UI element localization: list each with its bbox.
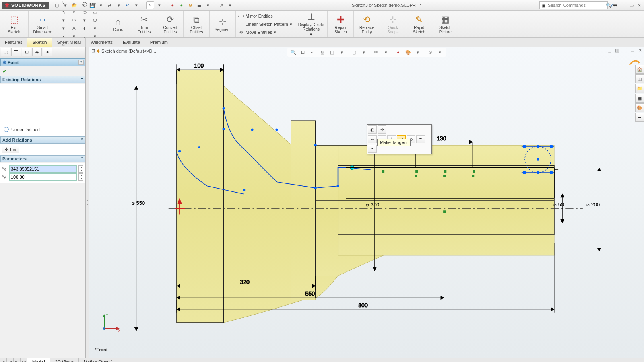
tab-premium[interactable]: Premium bbox=[145, 38, 173, 47]
dim-d50[interactable]: ⌀ 50 bbox=[553, 202, 564, 208]
tab-sheetmetal[interactable]: Sheet Metal bbox=[52, 38, 86, 47]
conic-button[interactable]: ∩Conic bbox=[105, 11, 131, 37]
segment-button[interactable]: ⊹Segment bbox=[210, 11, 236, 37]
svg-rect-26 bbox=[415, 175, 417, 177]
ctx-equal-icon[interactable]: = bbox=[416, 135, 425, 143]
undo-icon[interactable]: ↶ bbox=[124, 2, 131, 9]
close-icon[interactable]: ✕ bbox=[636, 2, 642, 8]
svg-marker-59 bbox=[373, 267, 376, 271]
rapid-sketch-button[interactable]: ✎RapidSketch bbox=[406, 11, 432, 37]
svg-text:X: X bbox=[118, 329, 120, 333]
pm-tab-4[interactable]: ◈ bbox=[32, 48, 42, 56]
svg-marker-53 bbox=[135, 86, 138, 89]
svg-point-6 bbox=[251, 128, 254, 131]
ctx-dim-icon[interactable]: ↔ bbox=[368, 135, 377, 143]
svg-marker-64 bbox=[597, 168, 601, 171]
section-existing[interactable]: Existing Relations⌃ bbox=[0, 76, 85, 83]
svg-rect-34 bbox=[550, 145, 553, 148]
param-x-input[interactable] bbox=[9, 165, 77, 173]
graphics-area[interactable]: ⊞◆Sketch demo (Default<<D... 🔍 ⊡ ↶ ▨ ◫▾ … bbox=[89, 47, 644, 358]
exit-sketch-button[interactable]: ⬚ExitSketch bbox=[0, 11, 29, 37]
select-icon[interactable]: ↖ bbox=[146, 1, 154, 9]
offset-button[interactable]: ⧉OffsetEntities bbox=[184, 11, 210, 37]
options-icon[interactable]: ⚙ bbox=[187, 2, 194, 9]
cursor-icon[interactable]: ↗ bbox=[218, 2, 225, 9]
tab-features[interactable]: Features bbox=[0, 38, 27, 47]
svg-rect-28 bbox=[472, 175, 474, 177]
document-title: Sketch3 of Sketch demo.SLDPRT * bbox=[234, 3, 539, 8]
dim-d550[interactable]: ⌀ 550 bbox=[132, 200, 145, 206]
section-add[interactable]: Add Relations⌃ bbox=[0, 136, 85, 144]
smart-dimension-button[interactable]: ↔SmartDimension bbox=[29, 11, 57, 37]
convert-button[interactable]: ⟳ConvertEntities bbox=[157, 11, 184, 37]
ok-icon[interactable]: ✔ bbox=[2, 68, 7, 74]
pm-tab-3[interactable]: ⊞ bbox=[22, 48, 31, 56]
section-params[interactable]: Parameters⌃ bbox=[0, 155, 85, 162]
text-icon[interactable]: A bbox=[69, 25, 79, 32]
display-relations-button[interactable]: ⊥Display/DeleteRelations▾ bbox=[295, 11, 328, 37]
svg-marker-54 bbox=[135, 327, 138, 331]
help-button[interactable]: ? bbox=[78, 60, 84, 65]
tooltip-make-tangent: Make Tangent bbox=[377, 139, 411, 146]
svg-marker-65 bbox=[597, 248, 601, 251]
fix-button[interactable]: ✢Fix bbox=[2, 146, 19, 153]
ellipse-icon[interactable]: ⬭ bbox=[80, 8, 89, 16]
tab-3dviews[interactable]: 3D Views bbox=[50, 358, 79, 362]
pm-title: ✱Point? bbox=[0, 58, 85, 66]
replace-entity-button[interactable]: ⟲ReplaceEntity bbox=[354, 11, 380, 37]
pm-tab-5[interactable]: ● bbox=[43, 48, 52, 56]
tab-motion[interactable]: Motion Study 1 bbox=[79, 358, 118, 362]
repair-sketch-button[interactable]: ✚RepairSketch bbox=[328, 11, 354, 37]
pm-tab-2[interactable]: ☰ bbox=[11, 48, 21, 56]
svg-rect-38 bbox=[537, 171, 539, 174]
mirror-button[interactable]: ⟷Mirror Entities bbox=[238, 12, 292, 20]
arc-icon[interactable]: ◠ bbox=[69, 16, 79, 24]
svg-point-12 bbox=[243, 189, 245, 191]
spline-icon[interactable]: ∿ bbox=[59, 8, 68, 16]
motion-tabs: ⏮◀▶⏭ Model 3D Views Motion Study 1 bbox=[0, 358, 644, 362]
existing-relations-box[interactable]: ⊥ bbox=[2, 87, 83, 123]
quick-snaps-button: ⊹QuickSnaps bbox=[380, 11, 406, 37]
circle-icon[interactable]: ◯ bbox=[80, 0, 89, 8]
svg-rect-36 bbox=[523, 171, 526, 174]
svg-text:Y: Y bbox=[106, 313, 108, 317]
tab-weldments[interactable]: Weldments bbox=[86, 38, 118, 47]
view-label: *Front bbox=[95, 347, 107, 352]
app-logo: ✱SOLIDWORKS bbox=[2, 2, 49, 9]
move-button[interactable]: ✥Move Entities▾ bbox=[238, 28, 292, 36]
tab-evaluate[interactable]: Evaluate bbox=[118, 38, 145, 47]
restore-icon[interactable]: ▭ bbox=[628, 2, 635, 8]
line-icon[interactable]: ╲ bbox=[59, 0, 68, 8]
polygon-icon[interactable]: ⬡ bbox=[90, 16, 100, 24]
traffic-icon[interactable]: ● bbox=[178, 2, 185, 9]
dim-d200[interactable]: ⌀ 200 bbox=[586, 202, 600, 208]
trim-button[interactable]: ✂TrimEntities bbox=[131, 11, 157, 37]
param-y-input[interactable] bbox=[9, 173, 77, 181]
svg-rect-37 bbox=[550, 171, 553, 174]
svg-rect-24 bbox=[444, 170, 446, 173]
ctx-horiz-icon[interactable]: ◐ bbox=[368, 125, 377, 134]
rect-icon[interactable]: ▭ bbox=[90, 8, 100, 16]
rebuild-icon[interactable]: ● bbox=[169, 2, 176, 9]
svg-marker-76 bbox=[551, 308, 554, 311]
panel-splitter[interactable]: ▸▸ bbox=[86, 47, 89, 358]
pm-tab-1[interactable]: ⬚ bbox=[1, 48, 10, 56]
slot-icon[interactable]: ◖ bbox=[80, 25, 89, 32]
tab-sketch[interactable]: Sketch bbox=[27, 38, 52, 47]
svg-text:130: 130 bbox=[437, 135, 446, 142]
dim-d300[interactable]: ⌀ 300 bbox=[366, 202, 379, 208]
ctx-more-icon[interactable]: ⋯ bbox=[368, 145, 377, 153]
search-input[interactable] bbox=[547, 2, 604, 8]
print-icon[interactable]: 🖨 bbox=[106, 2, 114, 9]
linear-pattern-button[interactable]: ∷Linear Sketch Pattern▾ bbox=[238, 20, 292, 28]
ctx-vert-icon[interactable]: ✢ bbox=[378, 125, 386, 134]
tab-model[interactable]: Model bbox=[27, 358, 50, 362]
sketch-picture-button[interactable]: ▦SketchPicture bbox=[432, 11, 458, 37]
svg-marker-61 bbox=[561, 194, 564, 197]
minimize-icon[interactable]: — bbox=[621, 2, 627, 8]
help-icon[interactable]: ? bbox=[610, 3, 613, 8]
menu-icon[interactable]: ☰ bbox=[196, 2, 203, 9]
svg-point-11 bbox=[198, 146, 200, 148]
search-commands[interactable]: ▣ 🔍▾ bbox=[539, 1, 608, 9]
svg-rect-33 bbox=[523, 145, 526, 148]
